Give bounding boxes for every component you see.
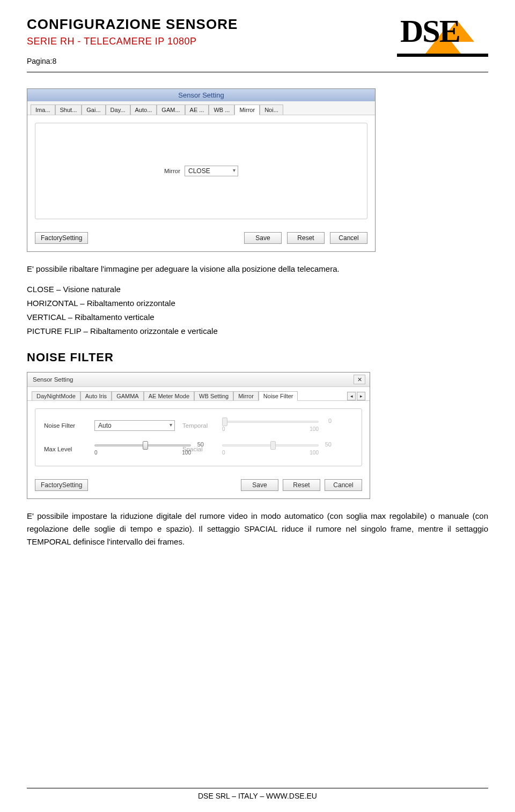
temporal-slider: 0 0 100 bbox=[222, 419, 319, 433]
tab-gamma[interactable]: GAM... bbox=[157, 105, 185, 115]
mirror-field-group: Mirror CLOSE bbox=[35, 123, 367, 219]
factory-setting-button[interactable]: FactorySetting bbox=[35, 232, 88, 244]
section-heading-noise-filter: NOISE FILTER bbox=[27, 351, 488, 364]
doc-header: CONFIGURAZIONE SENSORE SERIE RH - TELECA… bbox=[27, 16, 488, 70]
tab-bar: DayNightMode Auto Iris GAMMA AE Meter Mo… bbox=[27, 387, 370, 401]
tab-gamma[interactable]: GAMMA bbox=[112, 391, 144, 400]
tab-autoiris[interactable]: Auto Iris bbox=[80, 391, 112, 400]
kv-close: CLOSE – Visione naturale bbox=[27, 283, 488, 296]
window-title: Sensor Setting bbox=[27, 89, 375, 101]
doc-subtitle: SERIE RH - TELECAMERE IP 1080P bbox=[27, 36, 392, 47]
close-icon[interactable]: ✕ bbox=[354, 375, 365, 384]
tab-gain[interactable]: Gai... bbox=[82, 105, 105, 115]
save-button[interactable]: Save bbox=[241, 479, 278, 491]
tab-daynight[interactable]: Day... bbox=[106, 105, 130, 115]
tab-aemeter[interactable]: AE Meter Mode bbox=[144, 391, 194, 400]
window-title: Sensor Setting bbox=[33, 376, 73, 383]
tab-noise[interactable]: Noi... bbox=[260, 105, 283, 115]
tab-shutter[interactable]: Shut... bbox=[55, 105, 82, 115]
temporal-label: Temporal bbox=[182, 422, 215, 429]
tab-ae[interactable]: AE ... bbox=[185, 105, 209, 115]
tab-scroll-right-icon[interactable]: ▸ bbox=[357, 392, 365, 400]
kv-pictureflip: PICTURE FLIP – Ribaltamento orizzontale … bbox=[27, 325, 488, 338]
tab-bar: Ima... Shut... Gai... Day... Auto... GAM… bbox=[27, 101, 375, 115]
cancel-button[interactable]: Cancel bbox=[325, 479, 362, 491]
brand-logo: DSE bbox=[392, 16, 488, 59]
max-level-label: Max Level bbox=[44, 446, 87, 452]
paragraph-noise-desc: E' possibile impostare la riduzione digi… bbox=[27, 510, 488, 548]
tab-auto[interactable]: Auto... bbox=[130, 105, 157, 115]
noise-filter-label: Noise Filter bbox=[44, 422, 87, 429]
paragraph-mirror-desc: E' possibile ribaltare l'immagine per ad… bbox=[27, 263, 488, 275]
sensor-setting-window-noise: Sensor Setting ✕ DayNightMode Auto Iris … bbox=[27, 372, 370, 499]
reset-button[interactable]: Reset bbox=[287, 232, 325, 244]
tab-wb[interactable]: WB ... bbox=[209, 105, 234, 115]
spacial-slider: 50 0 100 bbox=[222, 442, 319, 456]
tab-image[interactable]: Ima... bbox=[31, 105, 55, 115]
factory-setting-button[interactable]: FactorySetting bbox=[35, 479, 88, 491]
noise-filter-select[interactable]: Auto bbox=[94, 420, 175, 431]
tab-noisefilter[interactable]: Noise Filter bbox=[259, 391, 298, 401]
mirror-select[interactable]: CLOSE bbox=[185, 166, 238, 176]
header-divider bbox=[27, 72, 488, 72]
page-indicator: Pagina:8 bbox=[27, 57, 392, 65]
tab-wbsetting[interactable]: WB Setting bbox=[194, 391, 233, 400]
tab-scroll-left-icon[interactable]: ◂ bbox=[347, 392, 356, 400]
sensor-setting-window-mirror: Sensor Setting Ima... Shut... Gai... Day… bbox=[27, 88, 376, 252]
mirror-label: Mirror bbox=[164, 168, 180, 174]
doc-title: CONFIGURAZIONE SENSORE bbox=[27, 16, 392, 33]
reset-button[interactable]: Reset bbox=[283, 479, 320, 491]
cancel-button[interactable]: Cancel bbox=[330, 232, 367, 244]
tab-daynightmode[interactable]: DayNightMode bbox=[32, 391, 80, 400]
kv-vertical: VERTICAL – Ribaltamento verticale bbox=[27, 311, 488, 324]
tab-mirror[interactable]: Mirror bbox=[233, 391, 259, 400]
noise-filter-group: Noise Filter Auto Temporal 0 0 100 Max L… bbox=[35, 408, 362, 466]
max-level-slider[interactable]: 50 0 100 bbox=[94, 442, 191, 456]
save-button[interactable]: Save bbox=[244, 232, 282, 244]
kv-horizontal: HORIZONTAL – Ribaltamento orizzontale bbox=[27, 297, 488, 310]
page-footer: DSE SRL – ITALY – WWW.DSE.EU bbox=[0, 788, 515, 800]
tab-mirror[interactable]: Mirror bbox=[234, 105, 260, 115]
